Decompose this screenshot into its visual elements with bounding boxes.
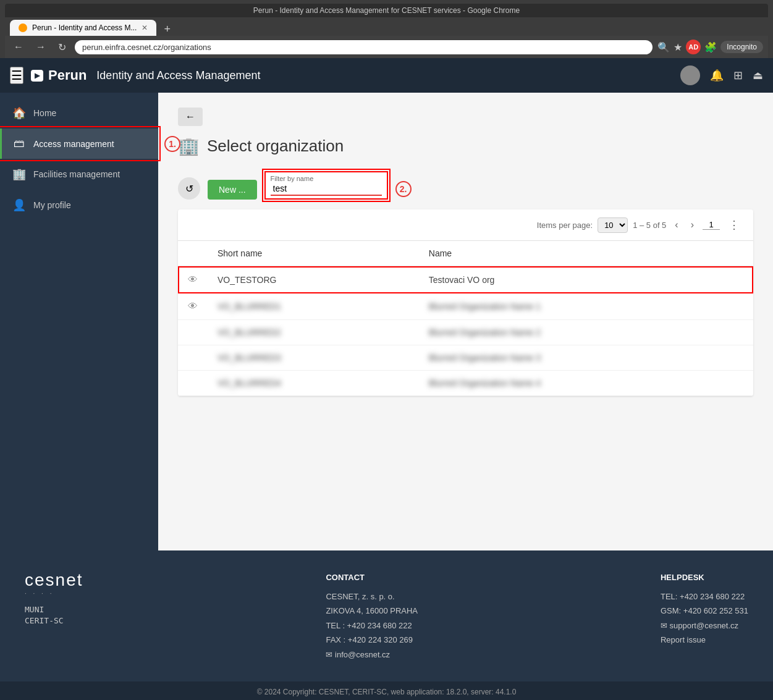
footer-copyright: © 2024 Copyright: CESNET, CERIT-SC, web … <box>0 681 773 700</box>
filter-label: Filter by name <box>271 175 382 182</box>
access-management-icon: 🗃 <box>12 137 26 150</box>
row-short-name: VO_BLURRED3 <box>208 345 419 371</box>
my-profile-icon: 👤 <box>12 198 26 212</box>
sidebar: 🏠 Home 🗃 Access management 1. 🏢 Faciliti… <box>0 93 158 550</box>
footer-logos: cesnet · · · · MUNI CERIT-SC <box>25 570 83 626</box>
organizations-table: Short name Name 👁 VO_TESTORG Testovaci V… <box>178 241 753 396</box>
table-row[interactable]: 👁 VO_BLURRED1 Blurred Organization Name … <box>178 293 753 320</box>
tab-favicon <box>19 23 27 32</box>
pagination-info: 1 – 5 of 5 <box>633 221 666 230</box>
table-row[interactable]: VO_BLURRED4 Blurred Organization Name 4 <box>178 371 753 396</box>
notifications-icon[interactable]: 🔔 <box>710 69 724 82</box>
top-navbar: ☰ ▶ Perun Identity and Access Management… <box>0 58 773 93</box>
more-options-btn[interactable]: ⋮ <box>725 217 743 233</box>
home-icon: 🏠 <box>12 106 26 120</box>
reload-nav-btn[interactable]: ↻ <box>54 40 70 54</box>
row-short-name: VO_TESTORG <box>208 266 419 293</box>
table-row[interactable]: 👁 VO_TESTORG Testovaci VO org <box>178 266 753 293</box>
items-per-page-label: Items per page: <box>537 221 593 230</box>
visibility-icon: 👁 <box>188 301 198 311</box>
table-row[interactable]: VO_BLURRED3 Blurred Organization Name 3 <box>178 345 753 371</box>
back-nav-btn[interactable]: ← <box>10 40 27 54</box>
sidebar-item-access-management[interactable]: 🗃 Access management 1. <box>0 129 158 159</box>
table-header-bar: Items per page: 10 25 50 1 – 5 of 5 ‹ › … <box>178 209 753 241</box>
browser-chrome: Perun - Identity and Access Management f… <box>0 0 773 58</box>
row-name: Testovaci VO org <box>419 266 753 293</box>
browser-tab[interactable]: Perun - Identity and Access M... ✕ <box>10 20 156 36</box>
browser-titlebar: Perun - Identity and Access Management f… <box>5 4 768 17</box>
logo-icon: ▶ <box>31 70 43 82</box>
row-eye-icon[interactable]: 👁 <box>178 266 208 293</box>
facilities-management-icon: 🏢 <box>12 167 26 181</box>
muni-logo: MUNI CERIT-SC <box>25 604 83 626</box>
extensions-icon: 🧩 <box>704 41 717 53</box>
app-title: Identity and Access Management <box>96 69 260 82</box>
sidebar-item-facilities-management-label: Facilities management <box>33 169 120 179</box>
row-name: Blurred Organization Name 3 <box>419 345 753 371</box>
row-short-name: VO_BLURRED1 <box>208 293 419 320</box>
address-text: perun.einfra.cesnet.cz/organizations <box>82 43 211 52</box>
profile-icon: AD <box>686 40 701 54</box>
row-name: Blurred Organization Name 1 <box>419 293 753 320</box>
content-area: ← 🏢 Select organization ↺ New ... Filter… <box>158 93 773 550</box>
table-header-row: Short name Name <box>178 241 753 266</box>
hamburger-btn[interactable]: ☰ <box>10 67 23 84</box>
logout-icon[interactable]: ⏏ <box>753 69 763 82</box>
back-button[interactable]: ← <box>178 108 203 126</box>
table-card: 3. Items per page: 10 25 50 1 – 5 of 5 ‹… <box>178 209 753 396</box>
sidebar-item-home[interactable]: 🏠 Home <box>0 98 158 129</box>
col-actions <box>178 241 208 266</box>
logo-text: Perun <box>48 67 87 83</box>
row-name: Blurred Organization Name 2 <box>419 320 753 345</box>
sidebar-item-my-profile[interactable]: 👤 My profile <box>0 190 158 221</box>
navbar-icons: 🔔 ⊞ ⏏ <box>680 65 763 85</box>
row-short-name: VO_BLURRED4 <box>208 371 419 396</box>
next-page-btn[interactable]: › <box>687 218 698 232</box>
app-wrapper: ☰ ▶ Perun Identity and Access Management… <box>0 58 773 700</box>
new-tab-btn[interactable]: + <box>159 23 175 36</box>
table-row[interactable]: VO_BLURRED2 Blurred Organization Name 2 <box>178 320 753 345</box>
footer-helpdesk: HELPDESK TEL: +420 234 680 222 GSM: +420… <box>661 570 748 647</box>
cesnet-logo: cesnet · · · · <box>25 570 83 597</box>
annotation-1: 1. <box>164 136 180 152</box>
items-per-page-select[interactable]: 10 25 50 <box>598 217 628 233</box>
main-layout: 🏠 Home 🗃 Access management 1. 🏢 Faciliti… <box>0 93 773 550</box>
tab-label: Perun - Identity and Access M... <box>32 23 137 32</box>
page-number-input[interactable] <box>703 220 720 230</box>
page-title: Select organization <box>207 137 344 156</box>
row-eye-icon[interactable] <box>178 320 208 345</box>
address-bar[interactable]: perun.einfra.cesnet.cz/organizations <box>75 40 653 54</box>
incognito-btn[interactable]: Incognito <box>720 41 763 53</box>
browser-extras: 🔍 ★ AD 🧩 Incognito <box>657 40 763 54</box>
col-short-name: Short name <box>208 241 419 266</box>
filter-input[interactable] <box>271 182 382 196</box>
page-header-icon: 🏢 <box>178 136 200 156</box>
sidebar-item-access-management-label: Access management <box>33 139 114 149</box>
sidebar-item-my-profile-label: My profile <box>33 200 71 210</box>
prev-page-btn[interactable]: ‹ <box>671 218 682 232</box>
search-icon: 🔍 <box>657 41 670 53</box>
refresh-button[interactable]: ↺ <box>178 177 200 200</box>
avatar <box>680 65 700 85</box>
row-eye-icon[interactable] <box>178 345 208 371</box>
browser-toolbar: ← → ↻ perun.einfra.cesnet.cz/organizatio… <box>5 36 768 58</box>
bookmark-icon: ★ <box>674 41 682 53</box>
logo-area: ▶ Perun <box>31 67 87 83</box>
tab-close-icon[interactable]: ✕ <box>142 23 148 32</box>
tab-bar: Perun - Identity and Access M... ✕ + <box>5 17 768 36</box>
col-name: Name <box>419 241 753 266</box>
page-header: 🏢 Select organization <box>178 136 753 156</box>
forward-nav-btn[interactable]: → <box>32 40 49 54</box>
row-name: Blurred Organization Name 4 <box>419 371 753 396</box>
annotation-2: 2. <box>395 181 412 197</box>
filter-group: Filter by name 2. <box>264 171 388 200</box>
apps-grid-icon[interactable]: ⊞ <box>733 69 743 82</box>
sidebar-item-facilities-management[interactable]: 🏢 Facilities management <box>0 159 158 190</box>
new-button[interactable]: New ... <box>208 180 257 200</box>
row-eye-icon[interactable] <box>178 371 208 396</box>
footer-contact: CONTACT CESNET, z. s. p. o. ZIKOVA 4, 16… <box>326 570 418 662</box>
row-eye-icon[interactable]: 👁 <box>178 293 208 320</box>
row-short-name: VO_BLURRED2 <box>208 320 419 345</box>
sidebar-item-home-label: Home <box>33 108 56 118</box>
toolbar: ↺ New ... Filter by name 2. <box>178 171 753 200</box>
